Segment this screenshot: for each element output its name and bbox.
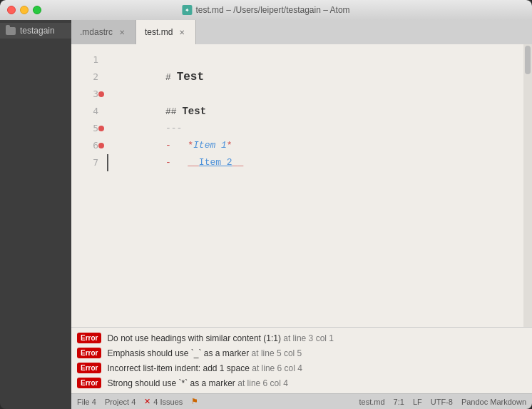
error-location-1: at line 3 col 1 xyxy=(283,333,334,343)
error-location-2: at line 5 col 5 xyxy=(252,348,302,358)
status-warning[interactable]: ⚑ xyxy=(191,397,198,406)
error-message-3: Incorrect list-item indent: add 1 space … xyxy=(107,363,302,373)
line-num-7: 7 xyxy=(71,154,98,171)
italic-marker-open: * xyxy=(188,140,193,151)
status-project[interactable]: Project 4 xyxy=(105,398,135,406)
folder-icon xyxy=(6,27,16,35)
line-num-5: 5 xyxy=(71,120,98,137)
h2-marker: ## xyxy=(165,106,182,117)
error-badge-4: Error xyxy=(77,378,101,388)
line-num-4: 4 xyxy=(71,103,98,120)
error-item-2: Error Emphasis should use `_` as a marke… xyxy=(71,345,532,360)
tab-testmd-close[interactable]: ✕ xyxy=(177,27,187,37)
error-panel: Error Do not use headings with similar c… xyxy=(71,327,532,393)
status-cursor: 7:1 xyxy=(394,398,404,406)
separator-text: --- xyxy=(165,123,182,133)
error-badge-3: Error xyxy=(77,363,101,373)
error-dot-3 xyxy=(98,91,104,97)
close-button[interactable] xyxy=(7,6,16,14)
error-badge-2: Error xyxy=(77,348,101,358)
tab-mdastrc-label: .mdastrc xyxy=(80,27,113,37)
error-message-1: Do not use headings with similar content… xyxy=(107,333,334,343)
tab-testmd[interactable]: test.md ✕ xyxy=(136,20,196,44)
editor-content[interactable]: # Test ## Test --- - *Item 1* - xyxy=(107,44,532,327)
content-area: .mdastrc ✕ test.md ✕ 1 2 3 4 5 6 xyxy=(71,20,532,409)
h1-text: Test xyxy=(177,71,204,84)
status-grammar[interactable]: Pandoc Markdown xyxy=(461,398,526,406)
status-filename: test.md xyxy=(359,398,385,406)
error-item-3: Error Incorrect list-item indent: add 1 … xyxy=(71,360,532,375)
italic-text: Item 1 xyxy=(193,140,227,151)
title-bar: ✦ test.md – /Users/leipert/testagain – A… xyxy=(0,0,532,20)
traffic-lights xyxy=(7,6,41,14)
tab-testmd-label: test.md xyxy=(145,27,173,37)
line-num-6: 6 xyxy=(71,137,98,154)
warning-icon: ⚑ xyxy=(191,397,198,406)
code-line-1: # Test xyxy=(107,51,532,69)
line-num-2: 2 xyxy=(71,69,98,86)
error-message-2: Emphasis should use `_` as a marker at l… xyxy=(107,348,302,358)
tab-mdastrc[interactable]: .mdastrc ✕ xyxy=(71,20,136,44)
error-item-1: Error Do not use headings with similar c… xyxy=(71,330,532,345)
line-numbers: 1 2 3 4 5 6 7 xyxy=(71,44,107,327)
project-name: testagain xyxy=(20,26,55,36)
scrollbar[interactable] xyxy=(523,44,532,327)
error-dot-5 xyxy=(98,126,104,131)
minimize-button[interactable] xyxy=(20,6,29,14)
sidebar: testagain xyxy=(0,20,71,409)
bold-text: Item 2 xyxy=(199,157,232,168)
status-encoding[interactable]: UTF-8 xyxy=(431,398,453,406)
code-line-3: ## Test xyxy=(107,86,532,103)
error-badge-1: Error xyxy=(77,333,101,343)
window-title: ✦ test.md – /Users/leipert/testagain – A… xyxy=(182,5,349,15)
status-issues[interactable]: ✕ 4 Issues xyxy=(144,397,183,406)
maximize-button[interactable] xyxy=(33,6,41,14)
sidebar-item-testagain[interactable]: testagain xyxy=(0,23,71,39)
error-dot-6 xyxy=(98,143,104,148)
line-num-1: 1 xyxy=(71,51,98,69)
tab-bar: .mdastrc ✕ test.md ✕ xyxy=(71,20,532,44)
error-item-4: Error Strong should use `*` as a marker … xyxy=(71,375,532,390)
scroll-thumb xyxy=(525,46,531,74)
tab-mdastrc-close[interactable]: ✕ xyxy=(117,27,127,37)
status-file[interactable]: File 4 xyxy=(77,398,96,406)
status-line-ending[interactable]: LF xyxy=(413,398,422,406)
app-body: testagain .mdastrc ✕ test.md ✕ 1 2 3 4 xyxy=(0,20,532,409)
app-icon: ✦ xyxy=(182,5,192,15)
status-bar: File 4 Project 4 ✕ 4 Issues ⚑ test.md 7:… xyxy=(71,393,532,409)
list-marker-5: - xyxy=(165,140,188,151)
bold-marker-open: __ xyxy=(188,157,199,168)
error-location-3: at line 6 col 4 xyxy=(252,363,302,373)
h1-marker: # xyxy=(165,72,177,83)
error-location-4: at line 6 col 4 xyxy=(237,378,288,388)
italic-marker-close: * xyxy=(227,140,232,151)
editor: 1 2 3 4 5 6 7 # Test xyxy=(71,44,532,327)
bold-marker-close: __ xyxy=(232,157,244,168)
issues-label: 4 Issues xyxy=(153,398,183,406)
h2-text: Test xyxy=(182,106,206,117)
list-marker-6: - xyxy=(165,157,188,168)
line-num-3: 3 xyxy=(71,86,98,103)
error-message-4: Strong should use `*` as a marker at lin… xyxy=(107,378,287,388)
issues-icon: ✕ xyxy=(144,397,150,406)
